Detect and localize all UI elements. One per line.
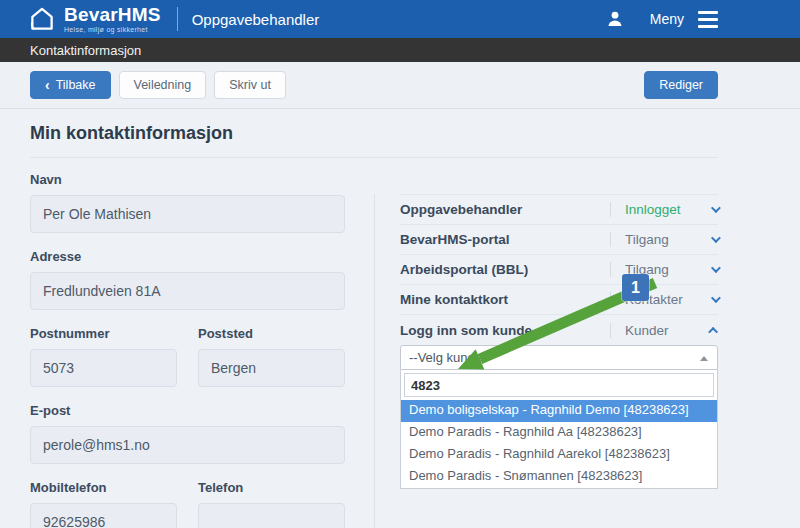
contact-form: Navn Adresse Postnummer Poststed E-post — [30, 170, 345, 528]
breadcrumb: Kontaktinformasjon — [30, 43, 141, 58]
customer-dropdown-panel: Demo boligselskap - Ragnhild Demo [48238… — [400, 370, 718, 489]
app-header: BevarHMS Helse, miljø og sikkerhet Oppga… — [0, 0, 800, 38]
zip-label: Postnummer — [30, 326, 177, 341]
edit-button[interactable]: Rediger — [644, 71, 718, 99]
annotation-step-badge: 1 — [622, 274, 649, 301]
name-label: Navn — [30, 172, 345, 187]
city-field[interactable] — [198, 349, 345, 387]
customer-search-input[interactable] — [404, 373, 714, 397]
status-badge: Innlogget — [610, 202, 696, 217]
back-button[interactable]: ‹ Tilbake — [30, 71, 111, 99]
name-field[interactable] — [30, 195, 345, 233]
print-button[interactable]: Skriv ut — [214, 71, 286, 99]
title-divider — [30, 157, 718, 158]
customer-dropdown: --Velg kunde-- Demo boligselskap - Ragnh… — [400, 345, 718, 489]
accordion-row-kontaktkort[interactable]: Mine kontaktkort Kontakter — [400, 285, 718, 315]
access-panel: Oppgavebehandler Innlogget BevarHMS-port… — [400, 194, 718, 345]
page-title: Min kontaktinformasjon — [30, 123, 718, 144]
customer-option[interactable]: Demo Paradis - Snømannen [48238623] — [401, 466, 717, 488]
house-logo-icon — [28, 5, 56, 33]
accordion-row-bevarhms-portal[interactable]: BevarHMS-portal Tilgang — [400, 225, 718, 255]
phone-field[interactable] — [198, 503, 345, 528]
back-chevron-icon: ‹ — [45, 78, 50, 92]
app-name: Oppgavebehandler — [192, 11, 320, 28]
accordion-row-arbeidsportal[interactable]: Arbeidsportal (BBL) Tilgang — [400, 255, 718, 285]
chevron-down-icon — [711, 203, 721, 213]
header-divider — [177, 7, 178, 31]
address-label: Adresse — [30, 249, 345, 264]
address-field[interactable] — [30, 272, 345, 310]
customer-option[interactable]: Demo Paradis - Ragnhild Aa [48238623] — [401, 422, 717, 444]
chevron-up-icon — [708, 326, 718, 336]
brand-name: BevarHMS — [64, 5, 161, 24]
accordion-row-oppgavebehandler[interactable]: Oppgavebehandler Innlogget — [400, 195, 718, 225]
breadcrumb-bar: Kontaktinformasjon — [0, 38, 800, 62]
chevron-down-icon — [711, 263, 721, 273]
hamburger-menu-icon[interactable] — [698, 11, 718, 28]
menu-label[interactable]: Meny — [650, 11, 684, 27]
user-icon[interactable] — [606, 10, 624, 28]
phone-label: Telefon — [198, 480, 345, 495]
customer-option[interactable]: Demo boligselskap - Ragnhild Demo [48238… — [401, 400, 717, 422]
guide-button[interactable]: Veiledning — [119, 71, 207, 99]
chevron-down-icon — [711, 233, 721, 243]
zip-field[interactable] — [30, 349, 177, 387]
accordion-row-logg-inn-som-kunde[interactable]: Logg inn som kunde Kunder — [400, 315, 718, 345]
chevron-down-icon — [711, 293, 721, 303]
status-badge: Tilgang — [610, 232, 696, 247]
toolbar: ‹ Tilbake Veiledning Skriv ut Rediger — [0, 62, 800, 109]
customer-options-list: Demo boligselskap - Ragnhild Demo [48238… — [401, 400, 717, 488]
select-arrow-icon — [700, 356, 708, 361]
city-label: Poststed — [198, 326, 345, 341]
column-divider — [374, 194, 375, 528]
brand-logo[interactable]: BevarHMS Helse, miljø og sikkerhet — [28, 5, 161, 33]
email-label: E-post — [30, 403, 345, 418]
email-field[interactable] — [30, 426, 345, 464]
mobile-field[interactable] — [30, 503, 177, 528]
brand-tagline: Helse, miljø og sikkerhet — [64, 26, 161, 33]
customer-option[interactable]: Demo Paradis - Ragnhild Aarekol [4823862… — [401, 444, 717, 466]
mobile-label: Mobiltelefon — [30, 480, 177, 495]
status-badge: Kunder — [610, 323, 696, 338]
customer-select[interactable]: --Velg kunde-- — [400, 345, 718, 370]
